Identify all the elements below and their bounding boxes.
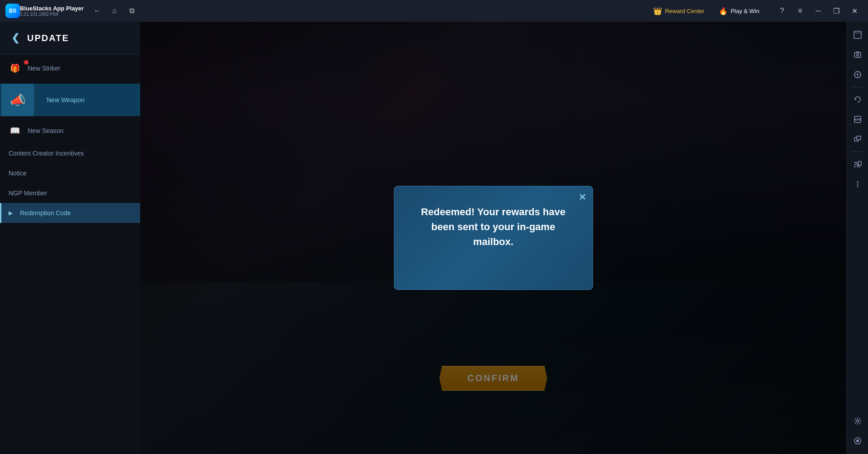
fire-icon: 🔥	[719, 7, 728, 15]
svg-point-6	[857, 74, 859, 76]
separator-2	[851, 151, 864, 152]
rotate-icon[interactable]	[849, 90, 867, 109]
location-icon[interactable]	[849, 66, 867, 84]
cast-icon[interactable]	[849, 155, 867, 173]
maximize-button[interactable]: ❐	[828, 3, 844, 19]
right-sidebar: APK	[846, 22, 868, 454]
gift-icon: 🎁	[9, 62, 21, 75]
bottom-record-icon[interactable]	[849, 432, 867, 450]
close-button[interactable]: ✕	[846, 3, 863, 19]
app-version: 5.21.101.1002 P64	[20, 12, 84, 17]
svg-point-16	[857, 181, 858, 183]
nav-controls: ← ⌂ ⧉	[91, 5, 138, 17]
modal-overlay: ✕ Redeemed! Your rewards have been sent …	[140, 22, 846, 454]
svg-point-19	[856, 420, 859, 422]
megaphone-icon: 📣	[10, 93, 26, 108]
sidebar-header: ❮ UPDATE	[0, 22, 140, 55]
titlebar: BS BlueStacks App Player 5.21.101.1002 P…	[0, 0, 868, 22]
sidebar-item-redemption-code[interactable]: ▶ Redemption Code	[0, 203, 140, 223]
resize-icon[interactable]	[849, 130, 867, 148]
svg-point-3	[856, 54, 859, 56]
svg-rect-14	[857, 136, 861, 140]
sidebar-item-content-creator[interactable]: Content Creator Incentives	[0, 143, 140, 163]
bluestacks-logo: BS	[5, 4, 20, 18]
menu-button[interactable]: ≡	[792, 3, 808, 19]
svg-point-18	[857, 186, 858, 187]
main-content: ❮ UPDATE 🎁 New Striker 📣 New Weapon 📖 Ne…	[0, 22, 868, 454]
sidebar-item-ngp-member[interactable]: NGP Member	[0, 183, 140, 203]
notification-dot	[24, 60, 28, 65]
svg-point-21	[856, 440, 859, 442]
settings-icon[interactable]	[849, 412, 867, 430]
play-win-label: Play & Win	[730, 8, 759, 14]
sidebar-item-new-season[interactable]: 📖 New Season	[0, 118, 140, 143]
sidebar-back-button[interactable]: ❮	[7, 30, 24, 46]
new-striker-label: New Striker	[28, 65, 60, 72]
play-win-button[interactable]: 🔥 Play & Win	[715, 5, 763, 17]
sidebar: ❮ UPDATE 🎁 New Striker 📣 New Weapon 📖 Ne…	[0, 22, 140, 454]
minimize-button[interactable]: ─	[810, 3, 826, 19]
app-title: BlueStacks App Player	[20, 5, 84, 12]
titlebar-right: 👑 Reward Center 🔥 Play & Win ? ≡ ─ ❐ ✕	[650, 3, 863, 19]
modal-close-button[interactable]: ✕	[579, 192, 586, 203]
book-icon: 📖	[9, 124, 21, 137]
sidebar-item-new-weapon[interactable]: 📣 New Weapon	[0, 84, 140, 116]
screen-size-icon[interactable]	[849, 26, 867, 44]
notice-label: Notice	[9, 170, 27, 177]
new-weapon-label: New Weapon	[47, 96, 85, 104]
app-name-area: BlueStacks App Player 5.21.101.1002 P64	[20, 5, 84, 17]
active-indicator: ▶	[9, 210, 13, 216]
svg-rect-4	[856, 52, 859, 53]
sidebar-title: UPDATE	[27, 33, 69, 43]
game-area: CONFIRM ✕ Redeemed! Your rewards have be…	[140, 22, 846, 454]
sidebar-menu: 🎁 New Striker 📣 New Weapon 📖 New Season …	[0, 55, 140, 454]
multi-instance-button[interactable]: ⧉	[125, 5, 138, 17]
sidebar-item-notice[interactable]: Notice	[0, 163, 140, 183]
modal-message: Redeemed! Your rewards have been sent to…	[411, 204, 576, 249]
new-season-label: New Season	[28, 127, 63, 134]
separator-1	[851, 87, 864, 87]
svg-rect-2	[854, 52, 861, 57]
help-button[interactable]: ?	[774, 3, 790, 19]
svg-rect-0	[854, 31, 861, 38]
svg-text:APK: APK	[854, 118, 861, 121]
modal-dialog: ✕ Redeemed! Your rewards have been sent …	[394, 186, 593, 290]
more-icon[interactable]	[849, 175, 867, 193]
redemption-code-label: Redemption Code	[20, 209, 71, 217]
content-creator-label: Content Creator Incentives	[9, 150, 84, 157]
svg-point-17	[857, 184, 858, 185]
sidebar-item-new-striker[interactable]: 🎁 New Striker	[0, 55, 140, 82]
apk-icon[interactable]: APK	[849, 110, 867, 128]
reward-center-button[interactable]: 👑 Reward Center	[650, 5, 708, 17]
home-button[interactable]: ⌂	[108, 5, 121, 17]
screenshot-icon[interactable]	[849, 46, 867, 64]
back-button[interactable]: ←	[91, 5, 104, 17]
ngp-member-label: NGP Member	[9, 189, 47, 197]
window-controls: ? ≡ ─ ❐ ✕	[774, 3, 863, 19]
crown-icon: 👑	[653, 7, 662, 15]
reward-center-label: Reward Center	[665, 8, 704, 14]
